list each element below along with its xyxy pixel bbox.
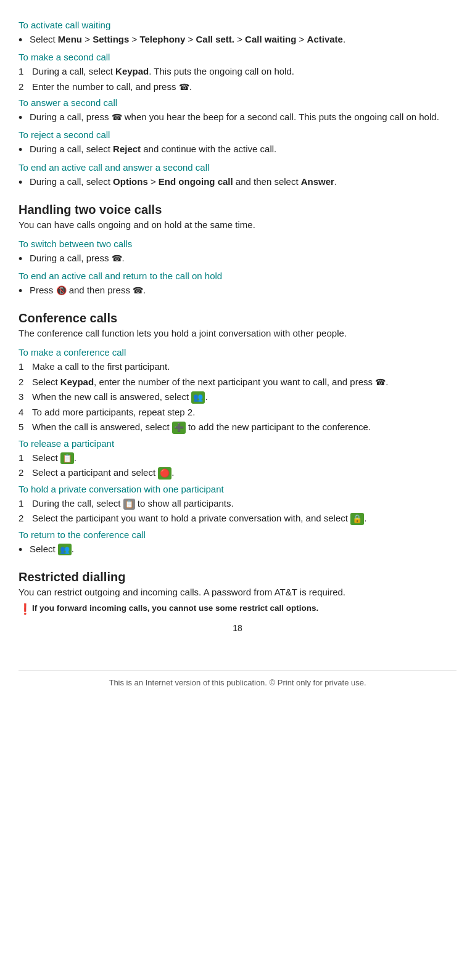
step-num: 4 bbox=[19, 406, 32, 420]
end-active-answer-text: During a call, select Options > End ongo… bbox=[30, 175, 337, 189]
bullet-answer-second: • During a call, press ☎ when you hear t… bbox=[19, 110, 456, 126]
bullet-end-return: • Press 📵 and then press ☎. bbox=[19, 284, 456, 299]
step-text: Make a call to the first participant. bbox=[32, 360, 170, 374]
warning-row: ❗ If you forward incoming calls, you can… bbox=[19, 602, 456, 616]
warning-text: If you forward incoming calls, you canno… bbox=[32, 602, 318, 615]
call-icon: ☎ bbox=[112, 111, 122, 124]
topic-make-conference: To make a conference call bbox=[19, 347, 456, 357]
topic-release-participant: To release a participant bbox=[19, 438, 456, 449]
section-handling-heading: Handling two voice calls bbox=[19, 203, 456, 217]
step-num: 1 bbox=[19, 497, 32, 511]
release-icon: 📋 bbox=[60, 452, 74, 465]
step-conference-5: 5 When the call is answered, select ➕ to… bbox=[19, 420, 456, 435]
step-text: When the call is answered, select ➕ to a… bbox=[32, 420, 371, 435]
step-num: 2 bbox=[19, 80, 32, 94]
step-make-second-1: 1 During a call, select Keypad. This put… bbox=[19, 65, 456, 79]
step-text: To add more participants, repeat step 2. bbox=[32, 406, 195, 420]
step-conference-4: 4 To add more participants, repeat step … bbox=[19, 406, 456, 420]
step-text: Select the participant you want to hold … bbox=[32, 512, 366, 526]
remove-icon: 🔴 bbox=[158, 467, 171, 480]
step-num: 3 bbox=[19, 390, 32, 404]
call-icon: ☎ bbox=[133, 284, 143, 297]
activate-call-waiting-text: Select Menu > Settings > Telephony > Cal… bbox=[30, 33, 345, 47]
add-participant-icon: ➕ bbox=[172, 422, 186, 434]
call-icon: ☎ bbox=[179, 81, 189, 94]
section-conference-desc: The conference call function lets you ho… bbox=[19, 328, 456, 338]
step-num: 5 bbox=[19, 420, 32, 435]
section-restricted-desc: You can restrict outgoing and incoming c… bbox=[19, 587, 456, 597]
bullet-switch-calls: • During a call, press ☎. bbox=[19, 251, 456, 267]
page-number: 18 bbox=[19, 623, 456, 633]
end-return-text: Press 📵 and then press ☎. bbox=[30, 284, 146, 298]
topic-hold-private: To hold a private conversation with one … bbox=[19, 484, 456, 494]
end-call-icon: 📵 bbox=[56, 284, 67, 297]
step-num: 2 bbox=[19, 375, 32, 390]
step-conference-3: 3 When the new call is answered, select … bbox=[19, 390, 456, 404]
private-icon: 🔒 bbox=[350, 513, 364, 525]
conference-add-icon: 👥 bbox=[191, 391, 205, 404]
step-text: During a call, select Keypad. This puts … bbox=[32, 65, 294, 79]
step-make-second-2: 2 Enter the number to call, and press ☎. bbox=[19, 80, 456, 94]
page-footer: This is an Internet version of this publ… bbox=[19, 670, 456, 687]
step-text: Select Keypad, enter the number of the n… bbox=[32, 375, 388, 390]
step-num: 2 bbox=[19, 466, 32, 480]
warning-icon: ❗ bbox=[19, 603, 32, 616]
step-release-2: 2 Select a participant and select 🔴. bbox=[19, 466, 456, 480]
topic-end-return: To end an active call and return to the … bbox=[19, 271, 456, 281]
bullet-dot: • bbox=[19, 251, 30, 267]
topic-switch-calls: To switch between two calls bbox=[19, 239, 456, 249]
switch-calls-text: During a call, press ☎. bbox=[30, 251, 125, 266]
bullet-dot: • bbox=[19, 142, 30, 158]
call-icon: ☎ bbox=[375, 376, 386, 389]
topic-activate-call-waiting: To activate call waiting bbox=[19, 20, 456, 30]
bullet-dot: • bbox=[19, 110, 30, 126]
bullet-dot: • bbox=[19, 284, 30, 299]
section-handling-desc: You can have calls ongoing and on hold a… bbox=[19, 219, 456, 230]
topic-end-active-answer: To end an active call and answer a secon… bbox=[19, 162, 456, 173]
reject-second-text: During a call, select Reject and continu… bbox=[30, 142, 276, 157]
step-private-2: 2 Select the participant you want to hol… bbox=[19, 512, 456, 526]
topic-reject-second-call: To reject a second call bbox=[19, 129, 456, 140]
step-text: Select a participant and select 🔴. bbox=[32, 466, 174, 480]
step-release-1: 1 Select 📋. bbox=[19, 451, 456, 465]
bullet-end-active-answer: • During a call, select Options > End on… bbox=[19, 175, 456, 190]
step-text: Select 📋. bbox=[32, 451, 76, 465]
call-icon: ☎ bbox=[112, 252, 122, 265]
bullet-return-conference: • Select 👥. bbox=[19, 542, 456, 558]
step-conference-1: 1 Make a call to the first participant. bbox=[19, 360, 456, 374]
step-num: 1 bbox=[19, 360, 32, 374]
bullet-dot: • bbox=[19, 542, 30, 558]
topic-return-conference: To return to the conference call bbox=[19, 529, 456, 540]
topic-answer-second-call: To answer a second call bbox=[19, 97, 456, 108]
bullet-reject-second: • During a call, select Reject and conti… bbox=[19, 142, 456, 158]
return-icon: 👥 bbox=[58, 544, 72, 556]
bullet-activate-call-waiting: • Select Menu > Settings > Telephony > C… bbox=[19, 33, 456, 48]
participants-icon: 📋 bbox=[123, 499, 135, 510]
bullet-dot: • bbox=[19, 175, 30, 190]
step-num: 1 bbox=[19, 65, 32, 79]
section-conference-heading: Conference calls bbox=[19, 311, 456, 325]
step-private-1: 1 During the call, select 📋 to show all … bbox=[19, 497, 456, 511]
topic-make-second-call: To make a second call bbox=[19, 52, 456, 62]
step-text: When the new call is answered, select 👥. bbox=[32, 390, 208, 404]
step-conference-2: 2 Select Keypad, enter the number of the… bbox=[19, 375, 456, 390]
section-restricted-heading: Restricted dialling bbox=[19, 570, 456, 584]
step-text: During the call, select 📋 to show all pa… bbox=[32, 497, 234, 511]
answer-second-text: During a call, press ☎ when you hear the… bbox=[30, 110, 439, 125]
return-conference-text: Select 👥. bbox=[30, 542, 74, 557]
bullet-dot: • bbox=[19, 33, 30, 48]
step-num: 1 bbox=[19, 451, 32, 465]
step-num: 2 bbox=[19, 512, 32, 526]
step-text: Enter the number to call, and press ☎. bbox=[32, 80, 192, 94]
